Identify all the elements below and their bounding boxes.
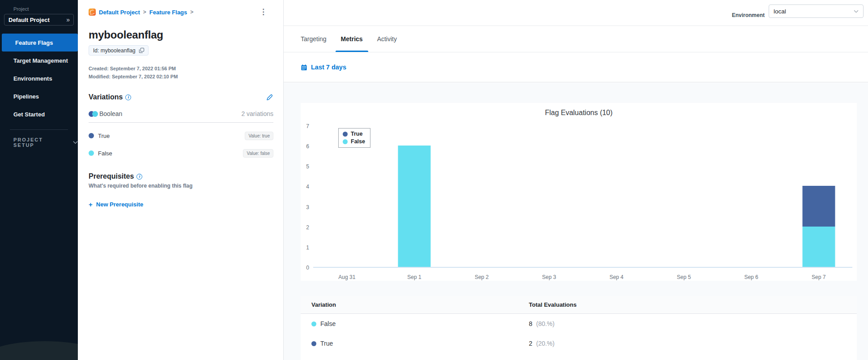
bar-false-sep-7	[802, 227, 835, 267]
variation-value-chip: Value: false	[243, 149, 273, 158]
flag-evaluations-chart-card: Flag Evaluations (10) 01234567 TrueFalse…	[301, 103, 857, 281]
environment-select[interactable]: local	[769, 4, 864, 18]
copy-icon[interactable]	[139, 47, 145, 53]
y-tick-label: 4	[306, 183, 309, 190]
sidebar-item-target-management[interactable]: Target Management	[0, 51, 78, 69]
x-tick-label: Sep 6	[744, 274, 758, 280]
y-tick-label: 1	[306, 244, 309, 251]
true-color-dot	[89, 133, 94, 138]
flag-created: Created: September 7, 2022 01:56 PM	[89, 64, 273, 73]
project-selector[interactable]: Default Project »	[4, 14, 74, 26]
breadcrumb-separator: >	[190, 9, 193, 15]
prerequisites-header: Prerequisites i	[89, 172, 273, 180]
project-selector-value: Default Project	[9, 17, 50, 23]
x-tick-label: Aug 31	[338, 274, 355, 280]
legend-color-dot	[343, 139, 348, 144]
new-prerequisite-button[interactable]: + New Prerequisite	[89, 201, 273, 208]
flag-detail-panel: Default Project > Feature Flags > ⋮ mybo…	[78, 0, 283, 360]
x-tick-label: Sep 2	[475, 274, 489, 280]
breadcrumb-section-link[interactable]: Feature Flags	[149, 9, 187, 16]
y-tick-label: 7	[306, 123, 309, 130]
info-icon[interactable]: i	[125, 94, 131, 100]
breadcrumb-separator: >	[143, 9, 146, 15]
prerequisites-title: Prerequisites	[89, 172, 134, 180]
date-range-bar: Last 7 days	[284, 52, 868, 82]
project-setup-toggle[interactable]: PROJECT SETUP	[13, 137, 78, 148]
calendar-icon	[301, 64, 307, 71]
variation-type-label: Boolean	[99, 110, 122, 117]
sidebar-item-pipelines[interactable]: Pipelines	[0, 87, 78, 105]
edit-pencil-icon[interactable]	[266, 94, 273, 101]
metrics-panel: Environment local Targeting Metrics Acti…	[284, 0, 868, 360]
legend-item-false[interactable]: False	[343, 138, 365, 145]
variation-row-true: True Value: true	[89, 131, 273, 140]
row-count: 8	[529, 320, 532, 327]
environment-bar: Environment local	[284, 0, 868, 26]
chart-y-axis: 01234567	[301, 126, 313, 268]
column-header-total-evaluations: Total Evaluations	[529, 301, 846, 308]
sidebar-divider	[10, 129, 68, 130]
bar-false-sep-1	[398, 146, 430, 267]
row-variation-name: False	[320, 320, 336, 327]
chart-title: Flag Evaluations (10)	[301, 103, 857, 117]
column-header-variation: Variation	[311, 301, 529, 308]
kebab-menu-icon[interactable]: ⋮	[260, 8, 267, 16]
flag-name-title: mybooleanflag	[89, 29, 273, 41]
x-tick-label: Sep 7	[812, 274, 825, 280]
legend-item-true[interactable]: True	[343, 131, 365, 137]
new-prerequisite-label: New Prerequisite	[96, 201, 144, 208]
divider	[89, 122, 273, 123]
tab-activity[interactable]: Activity	[372, 26, 402, 52]
flag-modified: Modified: September 7, 2022 02:10 PM	[89, 73, 273, 81]
tab-targeting[interactable]: Targeting	[295, 26, 332, 52]
x-tick-label: Sep 1	[407, 274, 421, 280]
variation-type-row: Boolean 2 variations	[89, 110, 273, 117]
sidebar-item-feature-flags[interactable]: Feature Flags	[2, 34, 78, 51]
table-row: False 8 (80.%)	[301, 314, 857, 334]
x-tick-label: Sep 5	[677, 274, 691, 280]
info-icon[interactable]: i	[136, 174, 142, 180]
variation-name: True	[98, 133, 110, 139]
flag-id-text: Id: mybooleanflag	[93, 47, 136, 54]
sidebar-item-get-started[interactable]: Get Started	[0, 105, 78, 123]
y-tick-label: 3	[306, 204, 309, 211]
variation-row-false: False Value: false	[89, 149, 273, 158]
prerequisites-description: What's required before enabling this fla…	[89, 183, 273, 189]
x-tick-label: Sep 4	[609, 274, 623, 280]
legend-color-dot	[343, 132, 348, 137]
true-color-dot	[311, 341, 316, 346]
breadcrumb-project-link[interactable]: Default Project	[99, 9, 140, 16]
metrics-content: Flag Evaluations (10) 01234567 TrueFalse…	[284, 83, 868, 360]
boolean-toggle-icon	[89, 111, 99, 117]
bar-true-sep-7	[802, 186, 835, 226]
chart-legend: TrueFalse	[338, 128, 370, 148]
project-setup-label: PROJECT SETUP	[13, 137, 61, 148]
flag-meta: Created: September 7, 2022 01:56 PM Modi…	[89, 64, 273, 81]
sidebar-item-environments[interactable]: Environments	[0, 69, 78, 87]
project-label: Project	[13, 6, 78, 12]
chart-plot: TrueFalse Aug 31Sep 1Sep 2Sep 3Sep 4Sep …	[313, 126, 852, 268]
tab-metrics[interactable]: Metrics	[336, 26, 368, 52]
row-variation-name: True	[320, 340, 333, 347]
row-count: 2	[529, 340, 532, 347]
chevron-down-icon	[854, 10, 859, 13]
flag-id-chip: Id: mybooleanflag	[89, 45, 149, 56]
legend-label: True	[351, 131, 362, 137]
tab-bar: Targeting Metrics Activity	[284, 26, 868, 52]
x-tick-label: Sep 3	[542, 274, 556, 280]
date-range-picker[interactable]: Last 7 days	[301, 64, 346, 71]
variations-header: Variations i	[89, 93, 273, 101]
app-logo-icon	[89, 9, 96, 16]
variations-title: Variations	[89, 93, 123, 101]
date-range-label: Last 7 days	[311, 64, 346, 71]
variation-name: False	[98, 150, 112, 157]
false-color-dot	[89, 150, 94, 156]
environment-selected-value: local	[774, 8, 786, 15]
plus-icon: +	[89, 201, 93, 207]
double-chevron-right-icon: »	[66, 16, 69, 23]
legend-label: False	[351, 138, 365, 145]
evaluations-table-header: Variation Total Evaluations	[301, 296, 857, 314]
sidebar-nav: Feature Flags Target Management Environm…	[0, 34, 78, 123]
false-color-dot	[311, 321, 316, 326]
variation-value-chip: Value: true	[245, 132, 273, 140]
